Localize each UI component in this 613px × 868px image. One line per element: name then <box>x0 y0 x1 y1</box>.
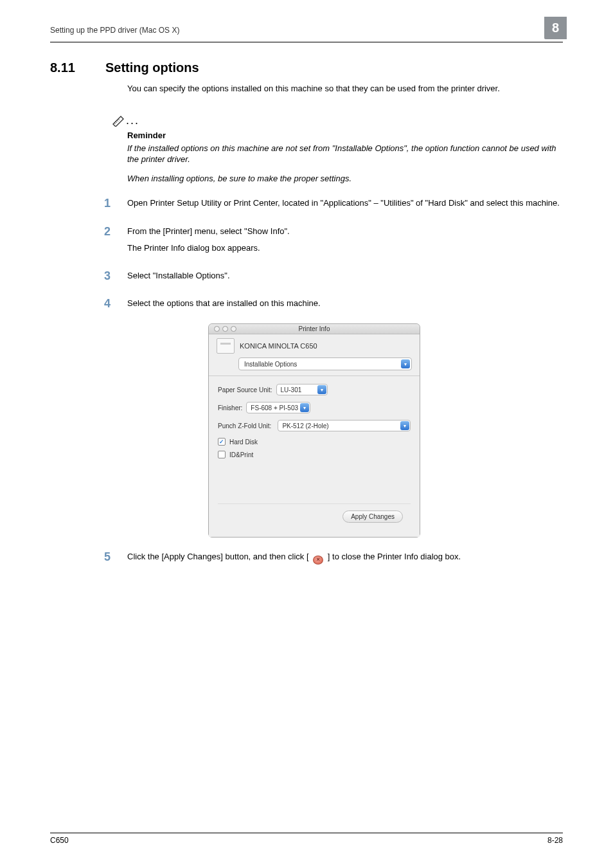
reminder-text-2: When installing options, be sure to make… <box>127 173 563 185</box>
paper-source-select[interactable]: LU-301 ▾ <box>276 384 328 395</box>
section-heading: 8.11 Setting options <box>50 60 563 75</box>
close-icon: × <box>313 556 323 565</box>
printer-icon <box>217 338 235 354</box>
step-5-text-b: ] to close the Printer Info dialog box. <box>328 552 461 561</box>
step-1-text: Open Printer Setup Utility or Print Cent… <box>127 197 563 209</box>
step-4-text: Select the options that are installed on… <box>127 298 563 309</box>
window-titlebar[interactable]: Printer Info <box>209 324 420 334</box>
step-5: 5 Click the [Apply Changes] button, and … <box>50 549 563 569</box>
dropdown-caret-icon: ▾ <box>300 403 309 412</box>
step-5-text: Click the [Apply Changes] button, and th… <box>127 551 563 564</box>
step-2-text-b: The Printer Info dialog box appears. <box>127 242 563 254</box>
finisher-row: Finisher: FS-608 + PI-503 ▾ <box>218 402 411 413</box>
step-4: 4 Select the options that are installed … <box>50 296 563 314</box>
paper-source-value: LU-301 <box>281 386 302 393</box>
reminder-text-1: If the installed options on this machine… <box>127 143 563 165</box>
step-number: 4 <box>104 296 127 314</box>
finisher-label: Finisher: <box>218 404 242 411</box>
intro-paragraph: You can specify the options installed on… <box>127 83 560 95</box>
section-title: Setting options <box>105 60 199 75</box>
running-head-text: Setting up the PPD driver (Mac OS X) <box>50 26 179 35</box>
checkbox-checked-icon: ✓ <box>218 438 226 446</box>
chapter-number-tab: 8 <box>544 17 567 39</box>
id-print-label: ID&Print <box>229 451 253 458</box>
step-1: 1 Open Printer Setup Utility or Print Ce… <box>50 195 563 214</box>
apply-changes-button[interactable]: Apply Changes <box>342 511 403 523</box>
dropdown-caret-icon: ▾ <box>317 385 326 394</box>
page-footer: C650 8-28 <box>50 833 563 845</box>
punch-select[interactable]: PK-512 (2-Hole) ▾ <box>278 420 411 431</box>
step-3: 3 Select "Installable Options". <box>50 268 563 287</box>
installable-options-panel: Paper Source Unit: LU-301 ▾ Finisher: FS… <box>209 375 420 537</box>
section-select-value: Installable Options <box>244 361 297 368</box>
step-5-text-a: Click the [Apply Changes] button, and th… <box>127 552 309 561</box>
running-head: Setting up the PPD driver (Mac OS X) 8 <box>50 26 563 42</box>
id-print-checkbox[interactable]: ID&Print <box>218 451 411 458</box>
hard-disk-label: Hard Disk <box>229 439 258 446</box>
step-3-text: Select "Installable Options". <box>127 270 563 282</box>
section-select[interactable]: Installable Options ▾ <box>238 357 412 370</box>
reminder-block: ... Reminder If the installed options on… <box>112 110 563 185</box>
step-number: 2 <box>104 224 127 259</box>
punch-label: Punch Z-Fold Unit: <box>218 422 271 429</box>
step-number: 3 <box>104 268 127 287</box>
printer-info-window: Printer Info KONICA MINOLTA C650 Install… <box>208 323 420 538</box>
checkbox-unchecked-icon <box>218 451 226 458</box>
printer-name: KONICA MINOLTA C650 <box>240 342 317 350</box>
window-title: Printer Info <box>209 325 420 332</box>
hard-disk-checkbox[interactable]: ✓ Hard Disk <box>218 438 411 446</box>
footer-right: 8-28 <box>547 836 563 845</box>
punch-row: Punch Z-Fold Unit: PK-512 (2-Hole) ▾ <box>218 420 411 431</box>
reminder-title: Reminder <box>127 130 563 141</box>
step-2: 2 From the [Printer] menu, select "Show … <box>50 224 563 259</box>
section-number: 8.11 <box>50 60 105 75</box>
paper-source-row: Paper Source Unit: LU-301 ▾ <box>218 384 411 395</box>
window-header: KONICA MINOLTA C650 <box>209 334 420 355</box>
reminder-icon: ... <box>112 110 563 129</box>
step-2-text-a: From the [Printer] menu, select "Show In… <box>127 226 563 237</box>
punch-value: PK-512 (2-Hole) <box>282 422 328 429</box>
step-number: 5 <box>104 549 127 569</box>
dropdown-caret-icon: ▾ <box>401 359 410 368</box>
dropdown-caret-icon: ▾ <box>400 421 409 430</box>
finisher-value: FS-608 + PI-503 <box>251 404 298 411</box>
footer-left: C650 <box>50 836 69 845</box>
paper-source-label: Paper Source Unit: <box>218 386 272 393</box>
window-footer: Apply Changes <box>218 503 411 530</box>
step-number: 1 <box>104 195 127 214</box>
finisher-select[interactable]: FS-608 + PI-503 ▾ <box>246 402 310 413</box>
